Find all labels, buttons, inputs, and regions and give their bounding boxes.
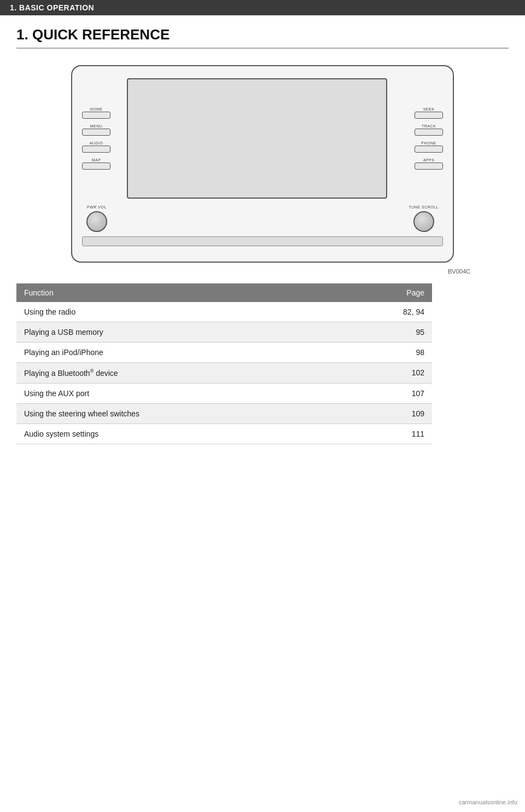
site-watermark: carmanualsonline.info xyxy=(459,799,517,805)
table-row: Using the radio82, 94 xyxy=(16,302,432,322)
device-inner: HOME MENU AUDIO MAP xyxy=(82,78,443,199)
table-cell-page: 111 xyxy=(377,424,432,444)
device-bottom-strip xyxy=(82,236,443,246)
reference-table: Function Page Using the radio82, 94Playi… xyxy=(16,283,432,444)
diagram-container: HOME MENU AUDIO MAP xyxy=(55,65,470,263)
tune-scroll-knob[interactable] xyxy=(413,211,434,232)
table-cell-page: 82, 94 xyxy=(377,302,432,322)
col-function-header: Function xyxy=(16,283,377,302)
table-cell-page: 109 xyxy=(377,403,432,424)
section-title: 1. BASIC OPERATION xyxy=(10,3,94,12)
table-cell-function: Using the AUX port xyxy=(16,383,377,403)
seek-btn-group: SEEK xyxy=(415,107,443,119)
device-screen[interactable] xyxy=(127,78,387,199)
home-label: HOME xyxy=(82,107,110,111)
table-cell-function: Playing a USB memory xyxy=(16,322,377,343)
main-content: 1. QUICK REFERENCE HOME MENU AUDIO xyxy=(0,15,525,461)
left-knob-section: PWR VOL xyxy=(86,205,107,232)
track-btn-group: TRACK xyxy=(415,124,443,136)
table-cell-function: Playing an iPod/iPhone xyxy=(16,343,377,363)
audio-btn-group: AUDIO xyxy=(82,141,120,153)
table-row: Using the AUX port107 xyxy=(16,383,432,403)
audio-button[interactable] xyxy=(82,146,110,153)
apps-label: APPS xyxy=(415,158,443,162)
home-btn-group: HOME xyxy=(82,107,120,119)
table-row: Playing an iPod/iPhone98 xyxy=(16,343,432,363)
audio-label: AUDIO xyxy=(82,141,110,145)
menu-btn-group: MENU xyxy=(82,124,120,136)
seek-button[interactable] xyxy=(415,112,443,119)
track-label: TRACK xyxy=(415,124,443,128)
right-button-panel: SEEK TRACK PHONE APPS xyxy=(394,107,443,170)
table-cell-function: Using the radio xyxy=(16,302,377,322)
table-cell-page: 102 xyxy=(377,363,432,384)
home-button[interactable] xyxy=(82,112,110,119)
pwr-vol-label: PWR VOL xyxy=(87,205,107,209)
seek-label: SEEK xyxy=(415,107,443,111)
knobs-row: PWR VOL TUNE SCROLL xyxy=(82,205,443,232)
table-header-row: Function Page xyxy=(16,283,432,302)
table-row: Audio system settings111 xyxy=(16,424,432,444)
section-header: 1. BASIC OPERATION xyxy=(0,0,525,15)
table-row: Using the steering wheel switches109 xyxy=(16,403,432,424)
table-row: Playing a Bluetooth® device102 xyxy=(16,363,432,384)
right-knob-section: TUNE SCROLL xyxy=(409,205,439,232)
map-btn-group: MAP xyxy=(82,158,120,170)
table-cell-function: Playing a Bluetooth® device xyxy=(16,363,377,384)
phone-label: PHONE xyxy=(415,141,443,145)
device-frame: HOME MENU AUDIO MAP xyxy=(71,65,454,263)
apps-btn-group: APPS xyxy=(415,158,443,170)
track-button[interactable] xyxy=(415,129,443,136)
table-row: Playing a USB memory95 xyxy=(16,322,432,343)
phone-button[interactable] xyxy=(415,146,443,153)
map-button[interactable] xyxy=(82,163,110,170)
table-cell-page: 98 xyxy=(377,343,432,363)
menu-label: MENU xyxy=(82,124,110,128)
tune-scroll-label: TUNE SCROLL xyxy=(409,205,439,209)
left-button-panel: HOME MENU AUDIO MAP xyxy=(82,107,120,170)
table-cell-function: Using the steering wheel switches xyxy=(16,403,377,424)
apps-button[interactable] xyxy=(415,163,443,170)
table-cell-page: 95 xyxy=(377,322,432,343)
table-cell-function: Audio system settings xyxy=(16,424,377,444)
pwr-vol-knob[interactable] xyxy=(86,211,107,232)
table-cell-page: 107 xyxy=(377,383,432,403)
menu-button[interactable] xyxy=(82,129,110,136)
col-page-header: Page xyxy=(377,283,432,302)
diagram-code: BV004C xyxy=(55,268,470,275)
page-title: 1. QUICK REFERENCE xyxy=(16,26,509,49)
map-label: MAP xyxy=(82,158,110,162)
phone-btn-group: PHONE xyxy=(415,141,443,153)
